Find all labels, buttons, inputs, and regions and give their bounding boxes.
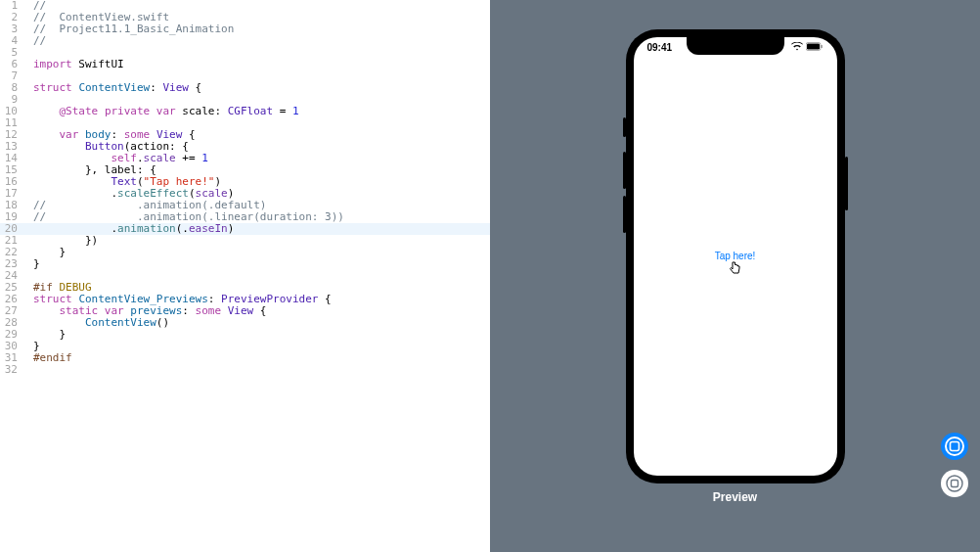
- svg-rect-6: [952, 481, 958, 487]
- device-volume-up: [623, 152, 626, 189]
- code-content[interactable]: // Project11.1_Basic_Animation: [23, 23, 234, 35]
- device-mute-switch: [623, 117, 626, 137]
- code-content[interactable]: import SwiftUI: [23, 59, 124, 70]
- device-screen: 09:41 Tap here!: [634, 37, 837, 476]
- code-line[interactable]: 30}: [0, 341, 490, 352]
- device-volume-down: [623, 196, 626, 233]
- wifi-icon: [791, 42, 803, 54]
- code-content[interactable]: //: [23, 35, 46, 47]
- code-content[interactable]: }: [23, 258, 40, 270]
- code-content[interactable]: struct ContentView: View {: [23, 82, 201, 94]
- code-line[interactable]: 4//: [0, 35, 490, 47]
- code-line[interactable]: 32: [0, 364, 490, 376]
- svg-rect-1: [807, 44, 820, 50]
- preview-on-device-button[interactable]: [941, 470, 968, 497]
- tap-here-button[interactable]: Tap here!: [715, 251, 756, 262]
- device-notch: [687, 37, 784, 55]
- code-content[interactable]: #endif: [23, 352, 72, 364]
- device-frame: 09:41 Tap here!: [626, 29, 845, 483]
- code-line[interactable]: 8struct ContentView: View {: [0, 82, 490, 94]
- code-line[interactable]: 29 }: [0, 329, 490, 341]
- code-line[interactable]: 23}: [0, 258, 490, 270]
- preview-label: Preview: [713, 491, 757, 503]
- code-line[interactable]: 22 }: [0, 247, 490, 258]
- code-editor[interactable]: 1//2// ContentView.swift3// Project11.1_…: [0, 0, 490, 552]
- code-content[interactable]: }: [23, 329, 66, 341]
- code-line[interactable]: 28 ContentView(): [0, 317, 490, 329]
- code-line[interactable]: 10 @State private var scale: CGFloat = 1: [0, 106, 490, 117]
- pointer-cursor-icon: [728, 260, 743, 277]
- live-preview-button[interactable]: [941, 433, 968, 460]
- svg-point-3: [946, 437, 963, 455]
- svg-rect-4: [951, 442, 959, 451]
- code-line[interactable]: 31#endif: [0, 352, 490, 364]
- code-line[interactable]: 3// Project11.1_Basic_Animation: [0, 23, 490, 35]
- device-power-button: [845, 157, 848, 210]
- status-time: 09:41: [647, 42, 673, 54]
- svg-point-5: [947, 476, 962, 491]
- code-line[interactable]: 21 }): [0, 235, 490, 247]
- code-line[interactable]: 6import SwiftUI: [0, 59, 490, 70]
- code-content[interactable]: }: [23, 247, 66, 258]
- svg-rect-2: [821, 45, 822, 48]
- preview-pane: 09:41 Tap here! Preview: [490, 0, 980, 552]
- code-content[interactable]: @State private var scale: CGFloat = 1: [23, 106, 299, 117]
- battery-icon: [806, 42, 824, 54]
- line-number: 32: [0, 364, 23, 376]
